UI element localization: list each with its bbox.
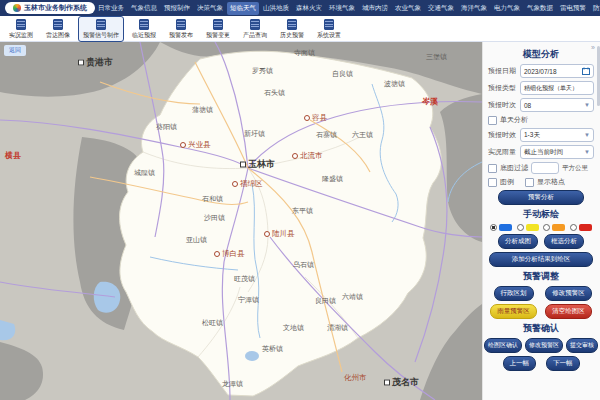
rainfall-label: 实况雨量 xyxy=(488,147,517,157)
map-marker-icon xyxy=(214,251,220,257)
map-label-city: 玉林市 xyxy=(240,158,275,171)
manual-draw-title: 手动标绘 xyxy=(488,208,594,221)
map-marker-icon xyxy=(78,59,84,65)
map-label-town: 寺面镇 xyxy=(294,48,315,58)
map-label-county: 化州市 xyxy=(344,373,367,383)
map-label-county: 陆川县 xyxy=(264,229,295,239)
nav-item-14[interactable]: 气象数据 xyxy=(524,2,556,15)
forecast-time-select[interactable]: 08 ▼ xyxy=(520,98,594,112)
tab-5[interactable]: 预警发布 xyxy=(164,16,198,42)
rainfall-select[interactable]: 截止当前时间 ▼ xyxy=(520,145,594,159)
basemap-filter-checkbox[interactable] xyxy=(488,164,497,173)
legend-checkbox[interactable] xyxy=(488,178,497,187)
pager-button-2[interactable]: 下一幅 xyxy=(546,356,580,371)
document-icon xyxy=(287,19,297,30)
nav-item-13[interactable]: 电力气象 xyxy=(491,2,523,15)
color-option-3[interactable] xyxy=(543,224,565,231)
forecast-type-select[interactable]: 精细化预报（单天） xyxy=(520,81,594,95)
rainfall-value: 截止当前时间 xyxy=(524,148,563,157)
radio-icon xyxy=(490,224,497,231)
manual-button-1[interactable]: 分析成图 xyxy=(498,234,538,249)
warning-confirm-buttons: 绘图区确认修改预警区提交审核 xyxy=(488,338,594,353)
adjust-button-2[interactable]: 修改预警区 xyxy=(545,286,592,301)
add-result-to-area-button[interactable]: 添加分析结果到绘区 xyxy=(489,252,593,267)
tab-1[interactable]: 实况监测 xyxy=(4,16,38,42)
forecast-type-value: 精细化预报（单天） xyxy=(524,84,578,93)
single-day-label: 单天分析 xyxy=(500,115,528,125)
nav-item-11[interactable]: 交通气象 xyxy=(425,2,457,15)
forecast-time-label: 预报时次 xyxy=(488,100,517,110)
map-back-button[interactable]: 返回 xyxy=(4,45,26,56)
tab-2[interactable]: 雷达图像 xyxy=(41,16,75,42)
chevron-down-icon: ▼ xyxy=(584,149,590,155)
document-icon xyxy=(53,19,63,30)
warning-analysis-button[interactable]: 预警分析 xyxy=(498,190,584,205)
tab-8[interactable]: 历史预警 xyxy=(275,16,309,42)
forecast-period-label: 预报时效 xyxy=(488,130,517,140)
tab-3[interactable]: 预警信号制作 xyxy=(78,16,124,42)
tab-6[interactable]: 预警变更 xyxy=(201,16,235,42)
map-label-town: 龙潭镇 xyxy=(222,379,243,389)
app-logo: 玉林市业务制作系统 xyxy=(5,2,95,14)
app-logo-icon xyxy=(13,4,21,12)
tab-label: 系统设置 xyxy=(317,31,341,40)
color-option-1[interactable] xyxy=(490,224,512,231)
forecast-date-input[interactable]: 2023/07/18 xyxy=(520,64,594,78)
nav-item-15[interactable]: 雷电预警 xyxy=(557,2,589,15)
tab-4[interactable]: 临近预报 xyxy=(127,16,161,42)
map-canvas[interactable]: 贵港市玉林市茂名市横县岑溪兴业县福绵区陆川县博白县容县北流市化州市寺面镇罗秀镇自… xyxy=(0,42,482,400)
tab-9[interactable]: 系统设置 xyxy=(312,16,346,42)
forecast-date-value: 2023/07/18 xyxy=(524,68,557,75)
single-day-checkbox[interactable] xyxy=(488,116,497,125)
adjust-button-1[interactable]: 行政区划 xyxy=(494,286,534,301)
legend-label: 图例 xyxy=(500,177,514,187)
color-option-4[interactable] xyxy=(570,224,592,231)
nav-item-8[interactable]: 环境气象 xyxy=(326,2,358,15)
grid-points-checkbox[interactable] xyxy=(525,178,534,187)
confirm-button-2[interactable]: 修改预警区 xyxy=(525,338,563,353)
adjust-button-4[interactable]: 清空绘图区 xyxy=(545,304,592,319)
map-label-edge: 岑溪 xyxy=(422,96,438,107)
confirm-button-3[interactable]: 提交审核 xyxy=(566,338,598,353)
confirm-button-1[interactable]: 绘图区确认 xyxy=(484,338,522,353)
tab-label: 产品查询 xyxy=(243,31,267,40)
nav-item-2[interactable]: 气象信息 xyxy=(128,2,160,15)
map-label-town: 三堡镇 xyxy=(426,52,447,62)
map-marker-icon xyxy=(292,153,298,159)
nav-item-9[interactable]: 城市内涝 xyxy=(359,2,391,15)
nav-item-12[interactable]: 海洋气象 xyxy=(458,2,490,15)
grid-points-label: 显示格点 xyxy=(537,177,565,187)
chevron-down-icon: ▼ xyxy=(584,102,590,108)
map-label-town: 乌石镇 xyxy=(293,260,314,270)
nav-item-16[interactable]: 防灾管理 xyxy=(590,2,600,15)
map-label-town: 良田镇 xyxy=(315,296,336,306)
document-icon xyxy=(96,19,106,30)
manual-button-2[interactable]: 框选分析 xyxy=(544,234,584,249)
map-label-city: 贵港市 xyxy=(78,56,113,69)
color-option-2[interactable] xyxy=(517,224,539,231)
area-threshold-input[interactable] xyxy=(531,162,559,174)
panel-collapse-icon[interactable]: » xyxy=(591,44,595,51)
tab-7[interactable]: 产品查询 xyxy=(238,16,272,42)
nav-item-5[interactable]: 短临天气 xyxy=(227,2,259,15)
nav-item-3[interactable]: 预报制作 xyxy=(161,2,193,15)
nav-item-1[interactable]: 日常业务 xyxy=(95,2,127,15)
nav-item-7[interactable]: 森林火灾 xyxy=(293,2,325,15)
document-icon xyxy=(139,19,149,30)
nav-item-6[interactable]: 山洪地质 xyxy=(260,2,292,15)
warning-adjust-title: 预警调整 xyxy=(488,270,594,283)
tab-label: 实况监测 xyxy=(9,31,33,40)
warning-confirm-title: 预警确认 xyxy=(488,322,594,335)
map-label-town: 新圩镇 xyxy=(244,129,265,139)
nav-item-10[interactable]: 农业气象 xyxy=(392,2,424,15)
color-swatch xyxy=(526,224,539,231)
map-label-county: 福绵区 xyxy=(232,179,263,189)
forecast-type-label: 预报类型 xyxy=(488,83,517,93)
nav-item-4[interactable]: 决策气象 xyxy=(194,2,226,15)
forecast-period-select[interactable]: 1-3天 ▼ xyxy=(520,128,594,142)
adjust-button-3[interactable]: 雨量预警区 xyxy=(490,304,537,319)
pager-button-1[interactable]: 上一幅 xyxy=(503,356,537,371)
forecast-date-label: 预报日期 xyxy=(488,66,517,76)
map-outer-region xyxy=(0,342,43,400)
radio-icon xyxy=(570,224,577,231)
